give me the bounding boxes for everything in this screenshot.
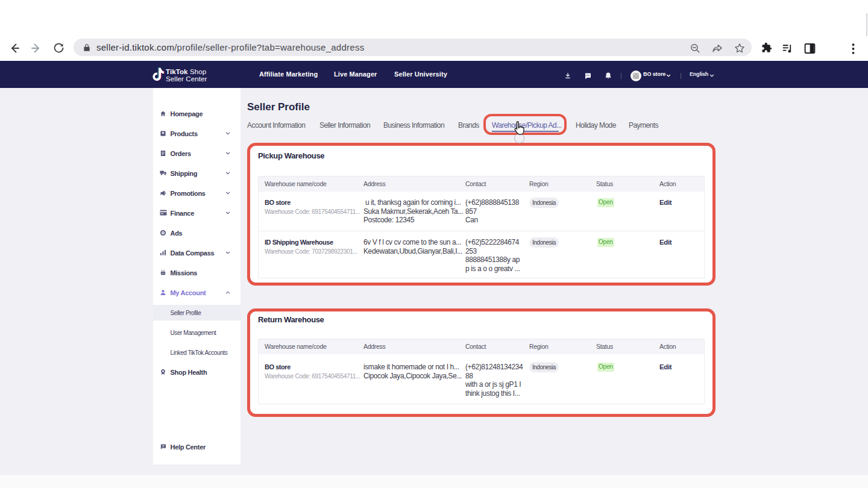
svg-text:?: ?: [162, 444, 164, 448]
